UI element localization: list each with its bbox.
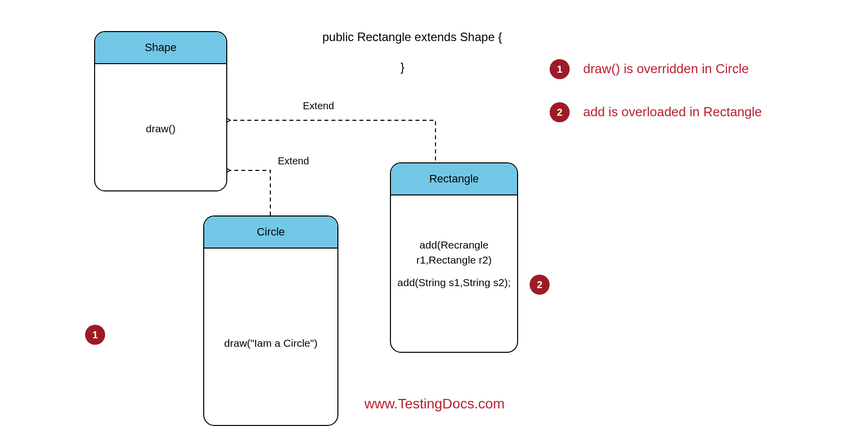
- uml-class-shape-title: Shape: [95, 32, 226, 64]
- uml-rectangle-method-0: add(Recrangle r1,Rectangle r2): [394, 238, 514, 268]
- website-url: www.TestingDocs.com: [364, 396, 505, 412]
- marker-disc-2: 2: [530, 275, 550, 295]
- edge-circle-to-shape: [230, 170, 270, 215]
- uml-shape-method-0: draw(): [98, 121, 223, 136]
- note-disc-1: 1: [550, 59, 570, 79]
- code-line-2: }: [400, 60, 404, 74]
- marker-disc-1: 1: [85, 325, 105, 345]
- edge-label-rectangle: Extend: [303, 100, 334, 112]
- uml-class-circle-title: Circle: [204, 216, 337, 249]
- note-text-1: draw() is overridden in Circle: [583, 61, 749, 77]
- uml-circle-method-0: draw("Iam a Circle"): [207, 336, 334, 351]
- code-line-1: public Rectangle extends Shape {: [322, 30, 502, 44]
- uml-rectangle-method-1: add(String s1,String s2);: [394, 275, 514, 290]
- diagram-canvas: Extend Extend Shape draw() Circle draw("…: [0, 0, 868, 446]
- uml-class-shape: Shape draw(): [94, 31, 227, 191]
- uml-class-circle: Circle draw("Iam a Circle"): [203, 215, 338, 426]
- note-disc-2: 2: [550, 102, 570, 122]
- note-text-2: add is overloaded in Rectangle: [583, 104, 762, 120]
- uml-class-rectangle-title: Rectangle: [391, 163, 517, 195]
- edge-label-circle: Extend: [278, 155, 309, 167]
- uml-class-rectangle: Rectangle add(Recrangle r1,Rectangle r2)…: [390, 162, 518, 353]
